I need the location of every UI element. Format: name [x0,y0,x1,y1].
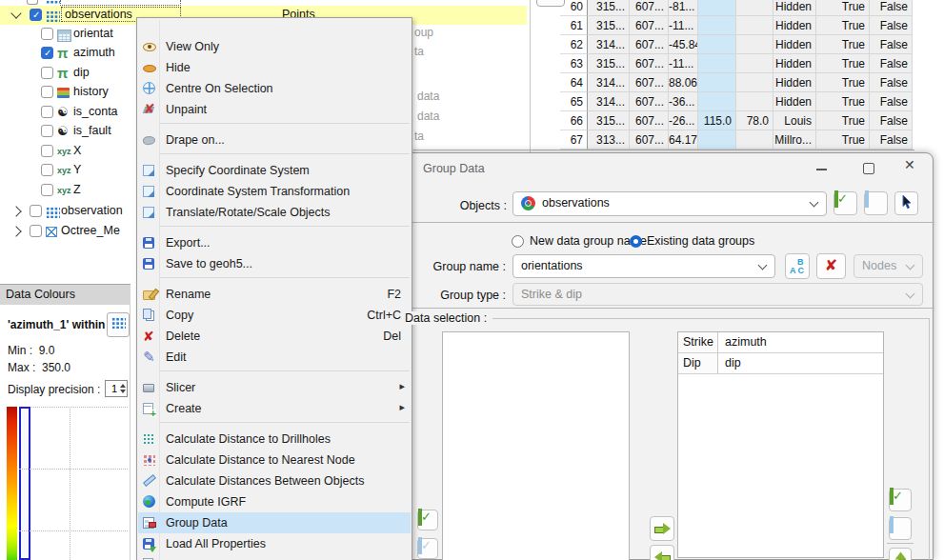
table-cell-name[interactable]: Hidden [773,73,816,92]
table-row[interactable]: 60315...607...-81...HiddenTrueFalse [560,0,913,16]
tree-checkbox[interactable] [30,9,42,21]
close-icon[interactable]: ✕ [904,157,915,172]
table-cell-x[interactable]: 315... [588,54,630,73]
menu-item-view-only[interactable]: View Only [138,36,411,57]
table-cell-az[interactable]: 115.0 [698,111,736,130]
tree-chevron-icon[interactable] [10,206,21,216]
menu-item-copy[interactable]: CopyCtrl+C [138,305,411,326]
check-all-button[interactable] [834,191,857,215]
table-cell-t[interactable]: True [816,92,870,111]
table-cell-dip[interactable] [736,35,773,54]
tree-chevron-icon[interactable] [10,226,21,236]
table-cell-z[interactable]: -81... [669,0,698,16]
table-row[interactable]: 62314...607...-45.84HiddenTrueFalse [560,35,913,54]
tree-chevron-icon[interactable] [10,8,21,18]
radio-existing-groups[interactable] [630,235,642,248]
tree-item-label[interactable]: orientat [73,27,113,40]
table-cell-f[interactable]: False [870,92,913,111]
tree-item-label[interactable]: observation [61,204,123,217]
group-type-dropdown[interactable]: Strike & dip [512,283,923,306]
objects-combobox[interactable]: observations [512,191,827,216]
table-cell-f[interactable]: False [870,35,913,54]
gradient-selection-rect[interactable] [19,407,30,560]
table-cell-dip[interactable] [736,130,773,150]
table-cell-n[interactable]: 63 [560,54,588,73]
table-cell-z[interactable]: -45.84 [669,35,698,54]
table-cell-f[interactable]: False [870,73,913,92]
radio-new-group[interactable] [512,235,524,248]
menu-item-centre-on-selection[interactable]: Centre On Selection [138,78,411,99]
table-cell-t[interactable]: True [816,73,870,92]
table-cell-x[interactable]: 314... [588,35,630,54]
table-cell-name[interactable]: Millro... [773,130,816,150]
table-cell-f[interactable]: False [870,54,913,73]
table-cell-t[interactable]: True [816,0,870,16]
table-cell-t[interactable]: True [816,16,870,35]
table-cell-f[interactable]: False [870,16,913,35]
table-cell-name[interactable]: Hidden [773,0,816,16]
mapping-row[interactable]: Strikeazimuth [678,332,883,353]
menu-item-create[interactable]: Create▸ [138,398,411,419]
move-right-button[interactable] [650,516,674,541]
tree-checkbox[interactable] [30,225,42,237]
menu-item-calculate-distance-to-drillholes[interactable]: Calculate Distance to Drillholes [138,429,411,450]
menu-item-delete[interactable]: DeleteDel [138,326,411,347]
table-cell-n[interactable]: 64 [560,73,588,92]
tree-item-label[interactable]: is_conta [73,105,118,118]
points-display-button[interactable] [107,312,130,337]
table-cell-y[interactable]: 607... [630,16,669,35]
minimize-icon[interactable] [816,169,827,170]
tree-item-label[interactable]: Y [73,163,81,176]
data-spreadsheet[interactable]: 60315...607...-81...HiddenTrueFalse61315… [532,0,914,150]
table-row[interactable]: 65314...607...-36...HiddenTrueFalse [560,92,913,111]
menu-item-edit[interactable]: Edit [138,347,411,368]
table-cell-n[interactable]: 62 [560,35,588,54]
available-data-list[interactable] [442,331,630,560]
table-cell-x[interactable]: 314... [588,73,630,92]
table-cell-z[interactable]: -11... [669,54,698,73]
table-cell-dip[interactable] [736,73,773,92]
menu-item-drape-on[interactable]: Drape on... [138,130,411,150]
table-cell-n[interactable]: 67 [560,130,588,150]
check-mapping-button[interactable] [889,489,912,511]
tree-item-label[interactable]: azimuth [73,46,115,59]
table-cell-dip[interactable]: 78.0 [736,111,773,130]
rename-group-button[interactable]: B AC [785,253,810,279]
table-cell-name[interactable]: Hidden [773,16,816,35]
table-cell-t[interactable]: True [816,111,870,130]
table-cell-y[interactable]: 607... [630,73,669,92]
table-cell-name[interactable]: Hidden [773,54,816,73]
move-left-button[interactable] [650,545,674,560]
table-cell-x[interactable]: 313... [588,130,630,150]
table-cell-az[interactable] [698,0,736,16]
table-cell-x[interactable]: 315... [588,111,630,130]
table-cell-t[interactable]: True [816,130,870,150]
table-row[interactable]: 67313...607...64.17Millro...TrueFalse [560,130,913,150]
table-cell-f[interactable]: False [870,111,913,130]
menu-item-save-to-geoh5[interactable]: Save to geoh5... [138,253,411,274]
table-row[interactable]: 61315...607...-11...HiddenTrueFalse [560,16,913,35]
table-cell-t[interactable]: True [816,35,870,54]
table-cell-y[interactable]: 607... [630,111,669,130]
table-cell-z[interactable]: 64.17 [669,130,698,150]
table-cell-n[interactable]: 66 [560,111,588,130]
table-cell-f[interactable]: False [870,0,913,16]
table-cell-z[interactable]: -11... [669,16,698,35]
table-cell-az[interactable] [698,130,736,150]
maximize-icon[interactable] [863,163,874,174]
table-cell-f[interactable]: False [870,130,913,150]
table-cell-y[interactable]: 607... [630,35,669,54]
menu-item-load-all-properties[interactable]: Load All Properties [138,533,411,554]
tree-item-label[interactable]: X [73,144,81,157]
menu-item-rename[interactable]: RenameF2 [138,284,411,305]
move-up-button[interactable] [889,548,912,560]
tree-checkbox[interactable] [41,184,53,196]
table-cell-n[interactable]: 61 [560,16,588,35]
delete-group-button[interactable]: ✘ [816,253,846,279]
table-cell-z[interactable]: -26... [669,111,698,130]
radio-existing-groups-label[interactable]: Existing data groups [647,234,754,248]
table-cell-az[interactable] [698,54,736,73]
table-cell-az[interactable] [698,16,736,35]
menu-item-slicer[interactable]: Slicer▸ [138,377,411,398]
table-cell-z[interactable]: 88.06 [669,73,698,92]
